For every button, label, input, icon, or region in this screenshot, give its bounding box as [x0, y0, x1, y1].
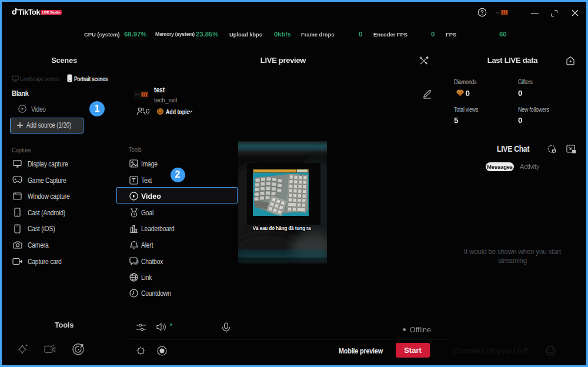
svg-text:Và sau đó hãng đã tung ra: Và sau đó hãng đã tung ra: [253, 225, 311, 231]
